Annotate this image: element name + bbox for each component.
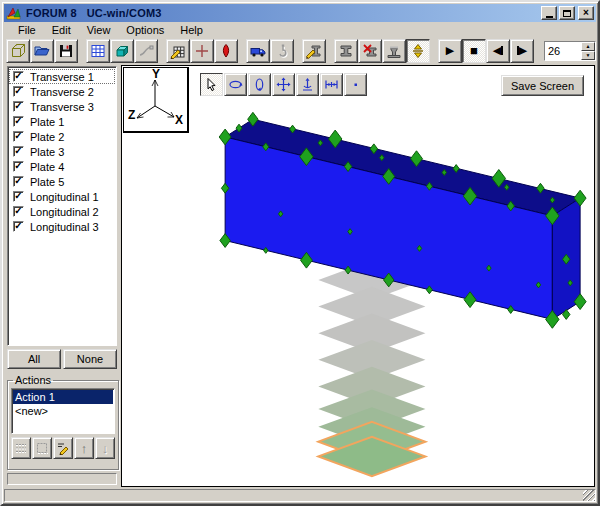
layer-item-plate-2[interactable]: ✓ Plate 2 xyxy=(9,129,115,144)
curve-tool-button[interactable] xyxy=(134,39,158,63)
beam-x-icon xyxy=(362,43,378,59)
vehicle-button[interactable] xyxy=(246,39,270,63)
i-beam-icon xyxy=(338,43,354,59)
beam-delete-button[interactable] xyxy=(358,39,382,63)
step-forward-button[interactable]: ▶ xyxy=(510,39,534,63)
jack-icon xyxy=(410,43,426,59)
jack-button[interactable] xyxy=(406,39,430,63)
menu-edit[interactable]: Edit xyxy=(44,23,79,37)
curve-icon xyxy=(138,43,154,59)
action-delete-button[interactable] xyxy=(32,437,52,459)
axis-indicator: Y Z X xyxy=(123,67,189,133)
menu-options[interactable]: Options xyxy=(118,23,172,37)
checkbox-checked-icon[interactable]: ✓ xyxy=(13,146,24,157)
frame-spinner: ▲ ▼ xyxy=(544,41,596,61)
checkbox-checked-icon[interactable]: ✓ xyxy=(13,86,24,97)
actions-list[interactable]: Action 1 <new> xyxy=(11,388,115,434)
action-move-down-button[interactable]: ↓ xyxy=(95,437,115,459)
save-button[interactable] xyxy=(54,39,78,63)
checkbox-checked-icon[interactable]: ✓ xyxy=(13,206,24,217)
crane-button[interactable] xyxy=(270,39,294,63)
layer-item-longitudinal-1[interactable]: ✓ Longitudinal 1 xyxy=(9,189,115,204)
wireframe-cube-icon xyxy=(10,43,26,59)
save-screen-button[interactable]: Save Screen xyxy=(501,75,584,96)
menu-help[interactable]: Help xyxy=(172,23,211,37)
viewport-3d[interactable]: Y Z X xyxy=(121,65,595,487)
layer-list[interactable]: ✓ Transverse 1 ✓ Transverse 2 ✓ Transver… xyxy=(7,66,117,346)
action-item-new[interactable]: <new> xyxy=(13,404,113,418)
red-marker-icon xyxy=(218,43,234,59)
center-button[interactable] xyxy=(296,73,319,96)
layer-item-plate-1[interactable]: ✓ Plate 1 xyxy=(9,114,115,129)
checkbox-checked-icon[interactable]: ✓ xyxy=(13,191,24,202)
solid-view-button[interactable] xyxy=(110,39,134,63)
layer-item-transverse-2[interactable]: ✓ Transverse 2 xyxy=(9,84,115,99)
layer-item-longitudinal-3[interactable]: ✓ Longitudinal 3 xyxy=(9,219,115,234)
support-icon xyxy=(386,43,402,59)
layer-item-transverse-1[interactable]: ✓ Transverse 1 xyxy=(9,69,115,84)
point-size-button[interactable] xyxy=(344,73,367,96)
pan-icon xyxy=(276,77,291,92)
grid-view-button[interactable] xyxy=(86,39,110,63)
open-button[interactable] xyxy=(30,39,54,63)
model-scene xyxy=(122,66,594,486)
rotate-vertical-button[interactable] xyxy=(248,73,271,96)
new-model-button[interactable] xyxy=(6,39,30,63)
beam-button[interactable] xyxy=(334,39,358,63)
crosshair-icon xyxy=(194,43,210,59)
edit-mesh-button[interactable] xyxy=(166,39,190,63)
dashed-box-icon xyxy=(35,441,49,455)
menu-view[interactable]: View xyxy=(79,23,119,37)
checkbox-checked-icon[interactable]: ✓ xyxy=(13,176,24,187)
crosshair-button[interactable] xyxy=(190,39,214,63)
checkbox-checked-icon[interactable]: ✓ xyxy=(13,71,24,82)
title-bar[interactable]: FORUM 8 UC-win/COM3 × xyxy=(4,4,596,22)
layer-item-plate-4[interactable]: ✓ Plate 4 xyxy=(9,159,115,174)
support-button[interactable] xyxy=(382,39,406,63)
open-folder-icon xyxy=(34,43,50,59)
maximize-button[interactable] xyxy=(559,6,575,20)
view-toolbar xyxy=(200,73,367,96)
layer-item-transverse-3[interactable]: ✓ Transverse 3 xyxy=(9,99,115,114)
edit-beam-button[interactable] xyxy=(302,39,326,63)
action-move-up-button[interactable]: ↑ xyxy=(74,437,94,459)
solid-box-icon xyxy=(114,43,130,59)
resize-grip[interactable] xyxy=(583,490,595,501)
stop-icon: ■ xyxy=(470,44,478,57)
rotate-horizontal-button[interactable] xyxy=(224,73,247,96)
layer-item-longitudinal-2[interactable]: ✓ Longitudinal 2 xyxy=(9,204,115,219)
menu-bar: File Edit View Options Help xyxy=(4,22,596,37)
status-bar xyxy=(4,489,596,502)
actions-group-title: Actions xyxy=(13,374,53,386)
checkbox-checked-icon[interactable]: ✓ xyxy=(13,161,24,172)
frame-spinner-input[interactable] xyxy=(545,42,581,60)
spin-up-button[interactable]: ▲ xyxy=(581,42,595,51)
minimize-button[interactable] xyxy=(541,6,557,20)
fit-width-button[interactable] xyxy=(320,73,343,96)
pointer-icon xyxy=(204,77,219,92)
menu-file[interactable]: File xyxy=(10,23,44,37)
step-back-button[interactable]: ◀ xyxy=(486,39,510,63)
close-button[interactable]: × xyxy=(578,6,594,20)
stop-button[interactable]: ■ xyxy=(462,39,486,63)
checkbox-checked-icon[interactable]: ✓ xyxy=(13,116,24,127)
checkbox-checked-icon[interactable]: ✓ xyxy=(13,101,24,112)
none-button[interactable]: None xyxy=(63,349,117,369)
all-button[interactable]: All xyxy=(7,349,61,369)
axis-y-label: Y xyxy=(152,68,160,81)
select-button[interactable] xyxy=(200,73,223,96)
marker-button[interactable] xyxy=(214,39,238,63)
checkbox-checked-icon[interactable]: ✓ xyxy=(13,221,24,232)
action-add-button[interactable] xyxy=(11,437,31,459)
dashed-list-icon xyxy=(14,441,28,455)
layer-item-plate-3[interactable]: ✓ Plate 3 xyxy=(9,144,115,159)
axis-z-label: Z xyxy=(128,108,135,122)
action-edit-button[interactable] xyxy=(53,437,73,459)
pan-button[interactable] xyxy=(272,73,295,96)
layer-item-plate-5[interactable]: ✓ Plate 5 xyxy=(9,174,115,189)
play-button[interactable]: ▶ xyxy=(438,39,462,63)
action-item-action-1[interactable]: Action 1 xyxy=(13,390,113,404)
checkbox-checked-icon[interactable]: ✓ xyxy=(13,131,24,142)
spin-down-button[interactable]: ▼ xyxy=(581,51,595,60)
main-area: ✓ Transverse 1 ✓ Transverse 2 ✓ Transver… xyxy=(4,64,596,487)
